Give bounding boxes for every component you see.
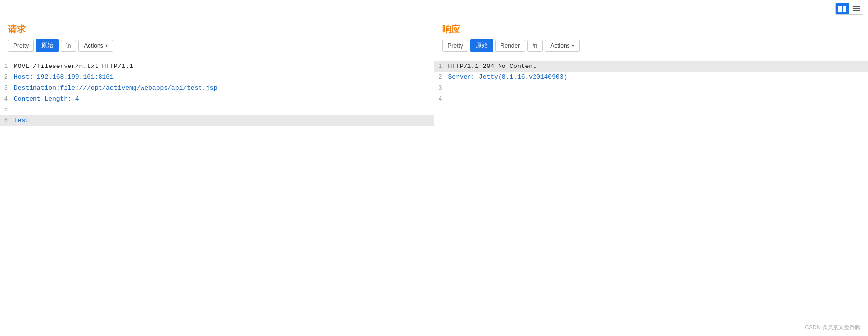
chevron-down-icon: ▾ (572, 43, 574, 48)
menu-button[interactable] (849, 3, 863, 15)
chevron-down-icon: ▾ (105, 43, 108, 48)
table-row: 3 (434, 83, 868, 94)
response-actions-button[interactable]: Actions ▾ (545, 40, 579, 52)
response-code-area[interactable]: 1 HTTP/1.1 204 No Content 2 Server: Jett… (434, 58, 868, 336)
response-title: 响应 (442, 23, 861, 35)
request-header: 请求 Pretty 原始 \n Actions ▾ (0, 18, 434, 58)
watermark: CSDN @又菜又爱倒腾 (805, 324, 860, 331)
drag-handle[interactable]: ⋮ (421, 298, 430, 307)
split-view: 请求 Pretty 原始 \n Actions ▾ 1 MOVE /filese… (0, 18, 868, 336)
request-actions-button[interactable]: Actions ▾ (78, 40, 113, 52)
response-pane: 响应 Pretty 原始 Render \n Actions ▾ 1 HTTP/… (434, 18, 868, 336)
response-tab-newline[interactable]: \n (527, 40, 543, 52)
response-toolbar: Pretty 原始 Render \n Actions ▾ (442, 39, 861, 55)
table-row: 3 Destination:file:///opt/activemq/webap… (0, 83, 434, 94)
request-pane: 请求 Pretty 原始 \n Actions ▾ 1 MOVE /filese… (0, 18, 434, 336)
hamburger-icon (853, 6, 860, 11)
table-row: 6 test (0, 115, 434, 126)
request-title: 请求 (8, 23, 426, 35)
request-code-area[interactable]: 1 MOVE /fileserver/n.txt HTTP/1.1 2 Host… (0, 58, 434, 336)
table-row: 4 Content-Length: 4 (0, 94, 434, 104)
response-tab-raw[interactable]: 原始 (470, 39, 493, 52)
table-row: 1 MOVE /fileserver/n.txt HTTP/1.1 (0, 61, 434, 72)
split-view-button[interactable] (835, 3, 849, 15)
response-tab-render[interactable]: Render (495, 40, 525, 52)
view-toggle[interactable] (835, 3, 863, 15)
request-toolbar: Pretty 原始 \n Actions ▾ (8, 39, 426, 55)
response-header: 响应 Pretty 原始 Render \n Actions ▾ (434, 18, 868, 58)
response-tab-pretty[interactable]: Pretty (442, 40, 468, 52)
table-row: 2 Host: 192.168.199.161:8161 (0, 72, 434, 83)
request-tab-newline[interactable]: \n (61, 40, 76, 52)
request-tab-pretty[interactable]: Pretty (8, 40, 34, 52)
table-row: 2 Server: Jetty(8.1.16.v20140903) (434, 72, 868, 83)
table-row: 1 HTTP/1.1 204 No Content (434, 61, 868, 72)
table-row: 4 (434, 94, 868, 104)
table-row: 5 (0, 104, 434, 115)
top-bar (0, 0, 868, 18)
request-tab-raw[interactable]: 原始 (36, 39, 59, 52)
